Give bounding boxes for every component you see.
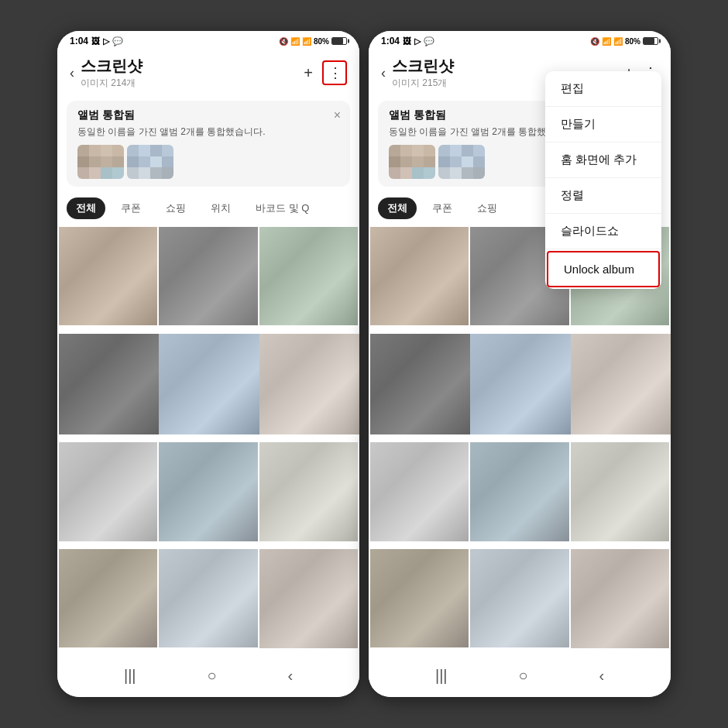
grid-cell-4-2 xyxy=(159,549,257,647)
grid-cell-1-3 xyxy=(259,227,358,325)
signal-icon-2: 📶 xyxy=(613,37,623,46)
notif-close-1[interactable]: × xyxy=(334,108,341,122)
grid-cell-2-4-1 xyxy=(370,549,469,647)
notif-img-1 xyxy=(77,145,124,179)
dropdown-item-edit[interactable]: 편집 xyxy=(545,71,661,107)
status-bar-2: 1:04 🖼 ▷ 💬 🔇 📶 📶 80% xyxy=(369,31,671,50)
grid-cell-3-1 xyxy=(59,442,157,541)
grid-cell-2-2-3 xyxy=(571,334,671,434)
back-button-1[interactable]: ‹ xyxy=(70,65,74,81)
grid-cell-2-4-3 xyxy=(571,549,669,647)
wifi-icon-2: 📶 xyxy=(602,37,611,46)
tab-coupon-1[interactable]: 쿠폰 xyxy=(112,197,150,219)
wifi-icon: 📶 xyxy=(290,37,300,46)
tab-all-2[interactable]: 전체 xyxy=(378,197,417,219)
grid-cell-1-2 xyxy=(159,227,257,325)
grid-cell-1-1 xyxy=(59,227,157,325)
grid-cell-2-3-1 xyxy=(370,442,469,541)
content-grid-1 xyxy=(57,224,359,658)
mute-icon-2: 🔇 xyxy=(590,37,599,46)
notif-img-4 xyxy=(438,145,485,179)
album-subtitle-1: 이미지 214개 xyxy=(81,77,304,90)
notif-text-1: 동일한 이름을 가진 앨범 2개를 통합했습니다. xyxy=(77,125,339,139)
grid-cell-4-3 xyxy=(259,549,358,647)
tab-shopping-2[interactable]: 쇼핑 xyxy=(468,197,507,219)
tab-bar-1: 전체 쿠폰 쇼핑 위치 바코드 및 Q xyxy=(57,193,359,224)
grid-cell-3-3 xyxy=(259,442,358,541)
back-button-2[interactable]: ‹ xyxy=(381,65,386,81)
chat-status-icon: 💬 xyxy=(112,36,123,46)
more-button-1[interactable]: ⋮ xyxy=(322,60,347,85)
home-button-2[interactable]: ○ xyxy=(518,667,527,685)
notif-title-1: 앨범 통합됨 xyxy=(77,108,339,122)
grid-cell-2-3 xyxy=(259,334,359,434)
status-bar-1: 1:04 🖼 ▷ 💬 🔇 📶 📶 80% xyxy=(57,31,359,50)
battery-icon-1 xyxy=(331,37,347,45)
time-2: 1:04 xyxy=(381,36,400,46)
dropdown-item-slideshow[interactable]: 슬라이드쇼 xyxy=(545,214,661,249)
nav-bar-2: ||| ○ ‹ xyxy=(369,658,671,697)
content-grid-2 xyxy=(369,224,671,658)
dropdown-item-unlock[interactable]: Unlock album xyxy=(547,251,660,287)
tab-location-1[interactable]: 위치 xyxy=(201,197,240,219)
grid-cell-2-2-1 xyxy=(370,334,471,434)
tab-coupon-2[interactable]: 쿠폰 xyxy=(423,197,462,219)
notification-banner-1: 앨범 통합됨 동일한 이름을 가진 앨범 2개를 통합했습니다. × xyxy=(67,101,350,187)
mute-icon: 🔇 xyxy=(279,37,288,46)
notif-img-2 xyxy=(127,145,173,179)
recent-apps-button-2[interactable]: ||| xyxy=(435,667,448,685)
notif-img-3 xyxy=(389,145,435,179)
grid-cell-2-2 xyxy=(159,334,259,434)
signal-icon: 📶 xyxy=(302,37,311,46)
play-status-icon: ▷ xyxy=(103,36,109,46)
dropdown-item-create[interactable]: 만들기 xyxy=(545,107,661,143)
back-nav-button-2[interactable]: ‹ xyxy=(599,667,604,685)
back-nav-button-1[interactable]: ‹ xyxy=(287,667,293,685)
tab-shopping-1[interactable]: 쇼핑 xyxy=(156,197,195,219)
phone-2: 1:04 🖼 ▷ 💬 🔇 📶 📶 80% ‹ 스크린샷 이미지 215개 + ⋮… xyxy=(369,31,671,697)
tab-all-1[interactable]: 전체 xyxy=(67,197,105,219)
dropdown-menu: 편집 만들기 홈 화면에 추가 정렬 슬라이드쇼 Unlock album xyxy=(545,71,661,289)
photo-status-icon-2: 🖼 xyxy=(403,36,411,46)
recent-apps-button-1[interactable]: ||| xyxy=(124,667,136,685)
battery-icon-2 xyxy=(643,37,658,45)
header-1: ‹ 스크린샷 이미지 214개 + ⋮ xyxy=(57,50,359,94)
grid-cell-2-2-2 xyxy=(470,334,571,434)
notif-images-1 xyxy=(77,145,339,179)
phone-1: 1:04 🖼 ▷ 💬 🔇 📶 📶 80% ‹ 스크린샷 이미지 214개 + ⋮… xyxy=(57,31,359,697)
dropdown-item-sort[interactable]: 정렬 xyxy=(545,178,661,214)
grid-cell-3-2 xyxy=(159,442,257,541)
time-1: 1:04 xyxy=(70,36,88,46)
dropdown-item-add-home[interactable]: 홈 화면에 추가 xyxy=(545,143,661,178)
photo-status-icon: 🖼 xyxy=(91,36,100,46)
grid-cell-2-4-2 xyxy=(470,549,568,647)
grid-cell-4-1 xyxy=(59,549,157,647)
more-dots-icon-1: ⋮ xyxy=(328,64,342,81)
battery-label-2: 80% xyxy=(625,37,640,46)
nav-bar-1: ||| ○ ‹ xyxy=(57,658,359,697)
play-status-icon-2: ▷ xyxy=(414,36,421,46)
home-button-1[interactable]: ○ xyxy=(207,667,216,685)
tab-barcode-1[interactable]: 바코드 및 Q xyxy=(246,197,318,219)
grid-cell-2-3-2 xyxy=(470,442,568,541)
grid-cell-2-1-1 xyxy=(370,227,469,325)
album-title-1: 스크린샷 xyxy=(81,56,304,77)
add-button-1[interactable]: + xyxy=(304,64,313,82)
grid-cell-2-3-3 xyxy=(571,442,669,541)
chat-status-icon-2: 💬 xyxy=(424,36,434,46)
grid-cell-2-1 xyxy=(59,334,160,434)
battery-label-1: 80% xyxy=(314,37,329,46)
